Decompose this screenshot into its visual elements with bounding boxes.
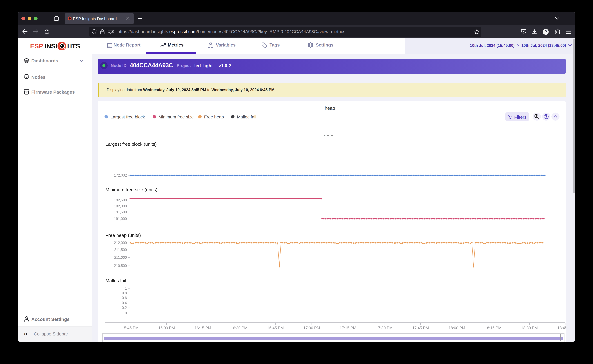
svg-text:18:45 PM: 18:45 PM bbox=[557, 326, 566, 330]
svg-text:18:00 PM: 18:00 PM bbox=[449, 326, 465, 330]
svg-text:211,500: 211,500 bbox=[114, 248, 127, 252]
svg-text:18:30 PM: 18:30 PM bbox=[521, 326, 538, 330]
svg-text:17:15 PM: 17:15 PM bbox=[340, 326, 356, 330]
svg-text:P: P bbox=[544, 30, 547, 34]
svg-text:15:45 PM: 15:45 PM bbox=[122, 326, 138, 330]
svg-text:0.2: 0.2 bbox=[122, 306, 127, 310]
svg-text:Malloc fail: Malloc fail bbox=[105, 278, 126, 283]
svg-text:0.6: 0.6 bbox=[122, 296, 127, 300]
svg-text:210,500: 210,500 bbox=[114, 264, 127, 268]
svg-text:17:00 PM: 17:00 PM bbox=[303, 326, 320, 330]
svg-text:211,000: 211,000 bbox=[114, 255, 127, 260]
svg-text:1: 1 bbox=[125, 286, 127, 290]
svg-text:191,500: 191,500 bbox=[114, 210, 127, 214]
svg-text:16:30 PM: 16:30 PM bbox=[231, 326, 247, 330]
svg-text:17:30 PM: 17:30 PM bbox=[376, 326, 392, 330]
svg-text:Largest free block (units): Largest free block (units) bbox=[105, 142, 157, 147]
svg-text:192,500: 192,500 bbox=[114, 198, 127, 202]
svg-text:172,032: 172,032 bbox=[114, 173, 127, 177]
svg-text:0.4: 0.4 bbox=[122, 301, 127, 305]
svg-text:16:15 PM: 16:15 PM bbox=[195, 326, 211, 330]
svg-text:191,000: 191,000 bbox=[114, 217, 127, 221]
svg-text:18:15 PM: 18:15 PM bbox=[485, 326, 501, 330]
svg-text:16:45 PM: 16:45 PM bbox=[267, 326, 284, 330]
svg-text:Minimum free size (units): Minimum free size (units) bbox=[105, 187, 157, 192]
svg-text:Free heap (units): Free heap (units) bbox=[105, 233, 141, 238]
svg-text:17:45 PM: 17:45 PM bbox=[412, 326, 429, 330]
svg-text:16:00 PM: 16:00 PM bbox=[158, 326, 175, 330]
svg-text:0.8: 0.8 bbox=[122, 291, 127, 295]
svg-text:0: 0 bbox=[125, 311, 127, 315]
svg-text:192,000: 192,000 bbox=[114, 204, 127, 208]
svg-text:212,000: 212,000 bbox=[114, 241, 127, 245]
